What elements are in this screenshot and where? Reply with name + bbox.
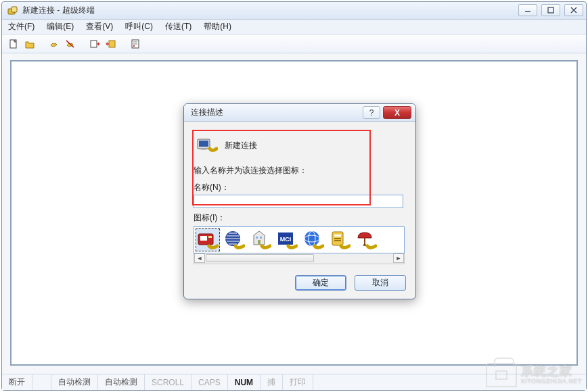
window-title: 新建连接 - 超级终端 [22,5,95,16]
icon-picker-scrollbar[interactable]: ◄ ► [194,253,405,264]
dialog-title: 连接描述 [191,107,223,118]
svg-rect-39 [334,240,341,241]
status-capture: 捕 [261,374,283,390]
menu-help[interactable]: 帮助(H) [198,19,238,34]
svg-rect-3 [548,7,553,13]
dialog-close-button[interactable]: X [383,106,411,119]
status-num: NUM [228,374,261,390]
icon-picker[interactable]: MCI [194,226,405,253]
svg-point-33 [304,231,319,246]
app-icon [7,5,18,16]
status-detect-2: 自动检测 [98,374,145,390]
phone-connect-icon[interactable] [47,36,62,51]
close-button[interactable] [564,4,583,16]
svg-rect-29 [260,237,262,239]
svg-rect-28 [256,237,258,239]
icon-picker-label: 图标(I)： [194,212,406,224]
maximize-button[interactable] [541,4,560,16]
dialog-heading: 新建连接 [225,140,257,151]
status-print: 打印 [283,374,313,390]
status-caps: CAPS [191,374,228,390]
icon-option-6[interactable] [354,228,378,251]
svg-rect-1 [12,7,17,12]
status-connection: 断开 [2,374,32,390]
menu-bar: 文件(F) 编辑(E) 查看(V) 呼叫(C) 传送(T) 帮助(H) [2,20,586,34]
cancel-button[interactable]: 取消 [355,275,406,291]
phone-disconnect-icon[interactable] [63,36,78,51]
scroll-thumb[interactable] [206,254,314,262]
menu-edit[interactable]: 编辑(E) [41,19,80,34]
properties-icon[interactable] [128,36,143,51]
dialog-instruction: 输入名称并为该连接选择图标： [194,165,406,176]
icon-option-1[interactable] [222,228,246,251]
connection-description-dialog: 连接描述 ? X 新建连接 输入名称并为该连接选择图标： [183,103,416,299]
dialog-title-bar[interactable]: 连接描述 ? X [184,104,415,122]
icon-option-3[interactable]: MCI [275,228,299,251]
menu-call[interactable]: 呼叫(C) [119,19,159,34]
menu-transfer[interactable]: 传送(T) [159,19,198,34]
icon-option-4[interactable] [301,228,325,251]
main-window: 新建连接 - 超级终端 文件(F) 编辑(E) 查看(V) 呼叫(C) 传送(T… [1,1,587,391]
new-connection-icon [196,137,218,154]
svg-rect-38 [334,238,341,239]
connection-name-input[interactable] [194,195,403,208]
receive-icon[interactable] [104,36,118,51]
new-file-icon[interactable] [6,36,21,51]
dialog-button-row: 确定 取消 [295,275,406,291]
status-detect-1: 自动检测 [51,374,98,390]
icon-option-0[interactable] [196,228,220,251]
svg-rect-10 [109,41,115,47]
dialog-body: 新建连接 输入名称并为该连接选择图标： 名称(N)： 图标(I)： MCI [184,122,415,264]
open-folder-icon[interactable] [22,36,37,51]
toolbar [2,34,586,53]
send-icon[interactable] [87,36,102,51]
ok-button[interactable]: 确定 [295,275,346,291]
scroll-left-button[interactable]: ◄ [194,253,205,263]
menu-file[interactable]: 文件(F) [2,19,41,34]
svg-rect-9 [91,41,97,47]
minimize-button[interactable] [518,4,537,16]
icon-option-2[interactable] [248,228,273,251]
title-bar[interactable]: 新建连接 - 超级终端 [2,2,586,20]
menu-view[interactable]: 查看(V) [80,19,119,34]
scroll-right-button[interactable]: ► [393,253,404,263]
svg-rect-16 [199,141,208,147]
svg-point-14 [133,45,135,46]
svg-rect-20 [208,236,212,238]
svg-text:MCI: MCI [280,236,292,243]
svg-rect-19 [200,236,207,241]
window-caption-buttons [518,4,583,16]
svg-rect-17 [201,149,206,150]
icon-option-5[interactable] [327,228,352,251]
svg-rect-37 [334,235,341,237]
dialog-help-button[interactable]: ? [363,106,380,119]
name-field-label: 名称(N)： [194,182,406,193]
status-scroll: SCROLL [145,374,191,390]
status-bar: 断开 自动检测 自动检测 SCROLL CAPS NUM 捕 打印 [2,374,586,390]
svg-rect-30 [258,240,261,245]
